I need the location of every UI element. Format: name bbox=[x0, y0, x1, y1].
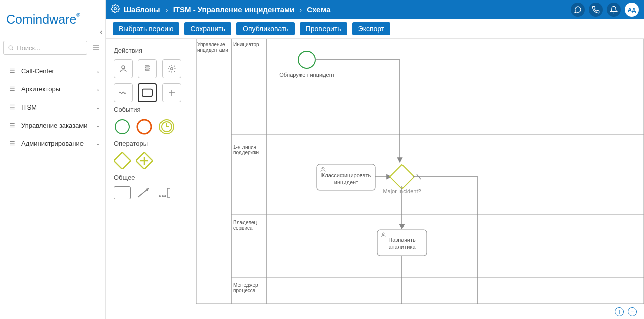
chevron-down-icon: ⌄ bbox=[96, 104, 100, 111]
lane-owner-title: Владелец сервиса bbox=[233, 220, 265, 231]
chevron-right-icon: › bbox=[166, 5, 168, 14]
chevron-down-icon: ⌄ bbox=[96, 140, 100, 147]
settings-gear-icon[interactable] bbox=[111, 4, 120, 15]
sidebar-item-orders[interactable]: Управление заказами ⌄ bbox=[0, 116, 105, 134]
palette-row-events bbox=[114, 118, 188, 137]
breadcrumb-itsm[interactable]: ITSM - Управление инцидентами bbox=[173, 5, 295, 14]
sidebar-item-architects[interactable]: Архитекторы ⌄ bbox=[0, 80, 105, 98]
search-input-wrap[interactable] bbox=[3, 41, 87, 55]
list-icon bbox=[7, 67, 17, 74]
diagram-canvas[interactable]: Управление инцидентами Инициатор 1-я лин… bbox=[196, 39, 644, 304]
palette-row-actions bbox=[114, 59, 188, 102]
pool-lane-icon[interactable] bbox=[114, 186, 131, 199]
publish-button[interactable]: Опубликовать bbox=[236, 22, 295, 35]
annotation-icon[interactable] bbox=[158, 186, 173, 201]
assign-task-node[interactable] bbox=[377, 230, 427, 256]
lane-manager-title: Менеджер процесса bbox=[233, 282, 265, 293]
palette-section-actions-title: Действия bbox=[114, 47, 188, 54]
left-navigation: Comindware® Call-Center ⌄ Архитекторы ⌄ … bbox=[0, 0, 106, 319]
list-icon bbox=[7, 103, 17, 111]
end-event-icon[interactable] bbox=[136, 118, 153, 137]
menu-hamburger-icon[interactable] bbox=[90, 42, 102, 54]
start-event-node[interactable] bbox=[298, 51, 315, 68]
logo[interactable]: Comindware® bbox=[6, 12, 80, 27]
service-task-icon[interactable] bbox=[162, 59, 181, 78]
gateway-exclusive-icon[interactable] bbox=[114, 152, 131, 171]
timer-event-icon[interactable] bbox=[158, 118, 175, 137]
top-toolbar: Шаблоны › ITSM - Управление инцидентами … bbox=[106, 0, 644, 19]
collapse-panel-icon[interactable] bbox=[98, 29, 104, 37]
action-toolbar: Выбрать версию Сохранить Опубликовать Пр… bbox=[106, 19, 644, 39]
nav-label: Call-Center bbox=[21, 67, 96, 75]
svg-rect-42 bbox=[231, 39, 267, 304]
chevron-down-icon: ⌄ bbox=[96, 86, 100, 92]
palette-row-general bbox=[114, 186, 188, 201]
breadcrumb-templates[interactable]: Шаблоны bbox=[124, 5, 160, 14]
classify-task-label-l2: инцидент bbox=[334, 179, 358, 185]
svg-rect-32 bbox=[114, 152, 131, 169]
chevron-down-icon: ⌄ bbox=[96, 122, 100, 129]
bell-icon[interactable] bbox=[607, 3, 621, 17]
svg-point-39 bbox=[162, 196, 163, 197]
svg-point-0 bbox=[114, 8, 117, 10]
chevron-right-icon: › bbox=[299, 5, 302, 14]
assign-task-label-l1: Назначить bbox=[388, 237, 416, 243]
svg-rect-41 bbox=[196, 39, 231, 304]
gateway-node[interactable] bbox=[390, 165, 414, 189]
palette-row-operators bbox=[114, 152, 188, 171]
palette-divider bbox=[114, 209, 188, 209]
breadcrumb-schema[interactable]: Схема bbox=[307, 5, 330, 14]
svg-point-1 bbox=[9, 46, 12, 49]
svg-point-38 bbox=[159, 196, 160, 197]
top-right-icons: АД bbox=[571, 3, 639, 17]
sequence-flow-icon[interactable] bbox=[136, 186, 153, 201]
chat-icon[interactable] bbox=[571, 3, 585, 17]
avatar[interactable]: АД bbox=[625, 3, 639, 17]
nav-label: Управление заказами bbox=[21, 122, 96, 129]
svg-point-40 bbox=[165, 196, 166, 197]
palette-section-events-title: События bbox=[114, 105, 188, 113]
list-icon bbox=[7, 140, 17, 147]
gateway-parallel-icon[interactable] bbox=[136, 152, 153, 171]
svg-point-27 bbox=[137, 120, 151, 134]
subprocess-icon[interactable] bbox=[162, 83, 181, 102]
nav-label: Архитекторы bbox=[21, 85, 96, 93]
export-button[interactable]: Экспорт bbox=[352, 22, 391, 35]
svg-line-2 bbox=[12, 49, 13, 50]
zoom-bar: + − bbox=[106, 304, 644, 319]
start-event-label: Обнаружен инцидент bbox=[279, 72, 335, 78]
sidebar-item-admin[interactable]: Администрирование ⌄ bbox=[0, 134, 105, 152]
choose-version-button[interactable]: Выбрать версию bbox=[113, 22, 179, 35]
search-row bbox=[0, 39, 105, 57]
logo-row: Comindware® bbox=[0, 0, 105, 39]
sidebar-item-itsm[interactable]: ITSM ⌄ bbox=[0, 98, 105, 116]
palette-section-operators-title: Операторы bbox=[114, 140, 188, 147]
zoom-out-button[interactable]: − bbox=[628, 307, 637, 316]
search-input[interactable] bbox=[17, 44, 83, 52]
sidebar-item-call-center[interactable]: Call-Center ⌄ bbox=[0, 62, 105, 80]
phone-icon[interactable] bbox=[589, 3, 603, 17]
classify-task-label-l1: Классифицировать bbox=[321, 172, 371, 178]
list-icon bbox=[7, 85, 17, 92]
user-task-icon[interactable] bbox=[114, 59, 133, 78]
script-task-icon[interactable] bbox=[138, 59, 157, 78]
svg-rect-23 bbox=[142, 89, 152, 97]
nav-label: Администрирование bbox=[21, 140, 96, 147]
shape-palette: Действия События Операторы Общее bbox=[106, 39, 196, 304]
pool-title: Управление инцидентами bbox=[197, 42, 230, 53]
zoom-in-button[interactable]: + bbox=[615, 307, 624, 316]
breadcrumb: Шаблоны › ITSM - Управление инцидентами … bbox=[124, 5, 331, 14]
nav-list: Call-Center ⌄ Архитекторы ⌄ ITSM ⌄ Управ… bbox=[0, 57, 105, 152]
svg-point-21 bbox=[122, 66, 125, 69]
generic-task-icon[interactable] bbox=[138, 83, 157, 102]
start-event-icon[interactable] bbox=[114, 118, 131, 137]
check-button[interactable]: Проверить bbox=[300, 22, 347, 35]
search-icon bbox=[8, 44, 14, 51]
wave-task-icon[interactable] bbox=[114, 83, 133, 102]
nav-label: ITSM bbox=[21, 103, 96, 111]
palette-section-general-title: Общее bbox=[114, 174, 188, 181]
svg-point-26 bbox=[115, 120, 129, 134]
save-button[interactable]: Сохранить bbox=[184, 22, 231, 35]
assign-task-label-l2: аналитика bbox=[388, 244, 416, 250]
list-icon bbox=[7, 122, 17, 129]
